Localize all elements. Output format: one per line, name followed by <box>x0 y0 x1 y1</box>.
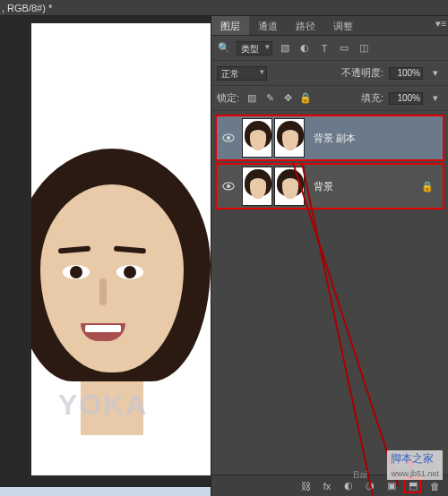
layer-row-background[interactable]: 背景 🔒 <box>215 163 444 210</box>
layer-name[interactable]: 背景 副本 <box>314 132 356 145</box>
app-root: , RGB/8#) * YOKA <box>0 0 448 496</box>
lock-all-icon[interactable]: 🔒 <box>298 91 313 106</box>
fx-icon[interactable]: fx <box>321 480 333 492</box>
filter-adjust-icon[interactable]: ◐ <box>297 41 312 56</box>
annotation-line <box>301 163 374 496</box>
opacity-label: 不透明度: <box>341 66 383 80</box>
layer-thumbnail[interactable] <box>240 165 306 208</box>
panel-tabs: 图层 通道 路径 调整 ▾≡ <box>211 16 448 36</box>
canvas-wrap: YOKA <box>0 16 211 496</box>
layers-list: 背景 副本 背景 🔒 <box>211 111 448 475</box>
eye-icon[interactable] <box>222 130 235 146</box>
panel-menu-icon[interactable]: ▾≡ <box>434 16 448 30</box>
document-tab-bar: , RGB/8#) * <box>0 0 448 16</box>
panels-column: 图层 通道 路径 调整 ▾≡ 🔍 类型 ▧ ◐ T ▭ ◫ 正常 不透明度: <box>211 16 448 496</box>
link-layers-icon[interactable]: ⛓ <box>299 480 312 492</box>
annotation-line <box>292 162 399 486</box>
lock-pixels-icon[interactable]: ✎ <box>263 91 277 106</box>
filter-kind-select[interactable]: 类型 <box>237 41 272 56</box>
site-watermark: 脚本之家 www.jb51.net <box>387 450 443 480</box>
layer-thumbnail[interactable] <box>240 116 306 159</box>
eye-icon[interactable] <box>222 178 235 194</box>
document-canvas[interactable]: YOKA <box>31 23 211 475</box>
adjustment-icon[interactable]: ◑ <box>364 480 376 492</box>
layer-name[interactable]: 背景 <box>314 180 333 193</box>
fill-label: 填充: <box>361 91 383 105</box>
lock-position-icon[interactable]: ✥ <box>280 91 295 106</box>
mask-icon[interactable]: ◐ <box>342 480 355 492</box>
blend-row: 正常 不透明度: 100% ▾ <box>211 61 448 86</box>
lock-icon: 🔒 <box>421 181 434 192</box>
chevron-down-icon[interactable]: ▾ <box>428 91 443 106</box>
filter-type-icon[interactable]: T <box>317 41 332 56</box>
status-bar <box>0 487 211 496</box>
layer-row-copy[interactable]: 背景 副本 <box>215 115 444 161</box>
trash-icon[interactable]: 🗑 <box>428 480 441 492</box>
opacity-field[interactable]: 100% <box>389 67 423 80</box>
canvas-area[interactable]: YOKA <box>0 16 211 487</box>
group-icon[interactable]: ▣ <box>385 480 398 492</box>
tab-channels[interactable]: 通道 <box>249 16 287 35</box>
baidu-watermark: Bai <box>353 469 367 480</box>
filter-pixel-icon[interactable]: ▧ <box>278 41 292 56</box>
document-tab[interactable]: , RGB/8#) * <box>2 3 52 13</box>
search-icon[interactable]: 🔍 <box>217 41 231 56</box>
tab-adjust[interactable]: 调整 <box>324 16 362 35</box>
filter-smart-icon[interactable]: ◫ <box>357 41 371 56</box>
chevron-down-icon[interactable]: ▾ <box>428 66 443 81</box>
canvas-watermark: YOKA <box>58 389 148 422</box>
lock-transparent-icon[interactable]: ▨ <box>245 91 259 106</box>
layer-filter-row: 🔍 类型 ▧ ◐ T ▭ ◫ <box>211 36 448 61</box>
lock-row: 锁定: ▨ ✎ ✥ 🔒 填充: 100% ▾ <box>211 86 448 111</box>
blend-mode-select[interactable]: 正常 <box>217 66 267 81</box>
fill-field[interactable]: 100% <box>389 92 423 105</box>
main-area: YOKA 图层 通道 路径 调整 ▾≡ 🔍 类型 ▧ ◐ T ▭ ◫ <box>0 16 448 496</box>
new-layer-icon[interactable]: ⬒ <box>407 480 419 492</box>
filter-shape-icon[interactable]: ▭ <box>337 41 351 56</box>
svg-point-3 <box>227 184 230 188</box>
tab-layers[interactable]: 图层 <box>211 16 249 35</box>
lock-label: 锁定: <box>217 91 239 105</box>
svg-point-1 <box>227 136 230 140</box>
tab-paths[interactable]: 路径 <box>287 16 324 35</box>
